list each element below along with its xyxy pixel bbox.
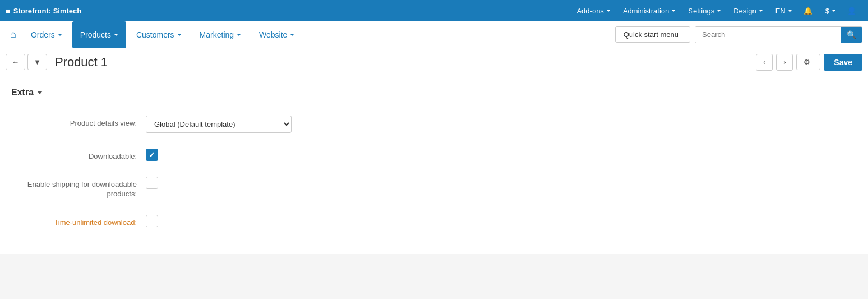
nav-design[interactable]: Design bbox=[728, 4, 768, 17]
sec-nav-website[interactable]: Website bbox=[251, 21, 302, 48]
checkbox-enable-shipping[interactable] bbox=[146, 177, 158, 189]
orders-caret bbox=[58, 34, 62, 36]
design-caret bbox=[759, 10, 763, 12]
next-button[interactable]: › bbox=[776, 54, 793, 71]
nav-user[interactable]: 👤 bbox=[843, 4, 862, 17]
sec-nav-products[interactable]: Products bbox=[72, 21, 126, 48]
home-button[interactable]: ⌂ bbox=[6, 26, 21, 43]
page-header: ← ▼ Product 1 ‹ › ⚙ Save bbox=[0, 48, 868, 76]
page-header-right: ‹ › ⚙ Save bbox=[756, 54, 862, 71]
label-time-unlimited: Time-unlimited download: bbox=[22, 215, 146, 227]
nav-notifications[interactable]: 🔔 bbox=[799, 4, 819, 17]
checkbox-time-unlimited[interactable] bbox=[146, 215, 158, 227]
control-downloadable bbox=[146, 149, 325, 161]
store-logo[interactable]: ■ Storefront: Simtech bbox=[6, 7, 81, 15]
section-header: Extra bbox=[11, 88, 857, 102]
products-caret bbox=[114, 34, 118, 36]
language-caret bbox=[788, 10, 792, 12]
store-logo-icon: ■ bbox=[6, 7, 10, 15]
prev-button[interactable]: ‹ bbox=[756, 54, 773, 71]
checkbox-downloadable[interactable] bbox=[146, 149, 158, 161]
field-downloadable: Downloadable: bbox=[11, 149, 857, 161]
nav-currency[interactable]: $ bbox=[820, 4, 842, 17]
quick-start-label: Quick start menu bbox=[624, 30, 678, 39]
field-enable-shipping: Enable shipping for downloadable product… bbox=[11, 177, 857, 199]
control-time-unlimited bbox=[146, 215, 325, 227]
settings-button[interactable]: ⚙ bbox=[796, 54, 820, 70]
nav-language[interactable]: EN bbox=[770, 4, 798, 17]
dropdown-button[interactable]: ▼ bbox=[27, 54, 47, 70]
administration-caret bbox=[671, 10, 676, 12]
bell-icon: 🔔 bbox=[804, 7, 812, 15]
label-enable-shipping: Enable shipping for downloadable product… bbox=[22, 177, 146, 199]
save-button[interactable]: Save bbox=[824, 54, 862, 71]
search-bar: 🔍 bbox=[695, 26, 862, 43]
back-button[interactable]: ← bbox=[6, 54, 25, 70]
currency-caret bbox=[832, 10, 836, 12]
section-toggle[interactable] bbox=[37, 91, 43, 94]
top-nav-items: Add-ons Administration Settings Design E… bbox=[571, 4, 862, 17]
gear-icon: ⚙ bbox=[804, 58, 810, 66]
search-button[interactable]: 🔍 bbox=[841, 27, 862, 43]
quick-start-button[interactable]: Quick start menu bbox=[615, 26, 690, 43]
sec-nav-customers[interactable]: Customers bbox=[128, 21, 190, 48]
select-product-details-view[interactable]: Global (Default template) Default Custom bbox=[146, 116, 292, 133]
control-product-details-view: Global (Default template) Default Custom bbox=[146, 116, 325, 133]
nav-settings[interactable]: Settings bbox=[682, 4, 727, 17]
search-input[interactable] bbox=[695, 27, 841, 42]
main-content: Extra Product details view: Global (Defa… bbox=[0, 76, 868, 254]
marketing-caret bbox=[237, 34, 241, 36]
label-downloadable: Downloadable: bbox=[22, 149, 146, 160]
user-icon: 👤 bbox=[847, 7, 856, 15]
nav-administration[interactable]: Administration bbox=[617, 4, 681, 17]
sec-navbar: ⌂ Orders Products Customers Marketing We… bbox=[0, 21, 868, 48]
page-title: Product 1 bbox=[55, 55, 108, 70]
top-navbar: ■ Storefront: Simtech Add-ons Administra… bbox=[0, 0, 868, 21]
store-name: Storefront: Simtech bbox=[13, 7, 81, 15]
addons-caret bbox=[606, 10, 611, 12]
sec-nav-orders[interactable]: Orders bbox=[23, 21, 70, 48]
sec-nav-right: Quick start menu 🔍 bbox=[615, 26, 862, 43]
section-title: Extra bbox=[11, 88, 34, 98]
field-time-unlimited: Time-unlimited download: bbox=[11, 215, 857, 227]
field-product-details-view: Product details view: Global (Default te… bbox=[11, 116, 857, 133]
settings-caret bbox=[717, 10, 721, 12]
control-enable-shipping bbox=[146, 177, 325, 189]
page-header-left: ← ▼ Product 1 bbox=[6, 54, 108, 70]
website-caret bbox=[290, 34, 294, 36]
customers-caret bbox=[177, 34, 182, 36]
label-product-details-view: Product details view: bbox=[22, 116, 146, 127]
sec-nav-marketing[interactable]: Marketing bbox=[192, 21, 249, 48]
nav-addons[interactable]: Add-ons bbox=[571, 4, 616, 17]
